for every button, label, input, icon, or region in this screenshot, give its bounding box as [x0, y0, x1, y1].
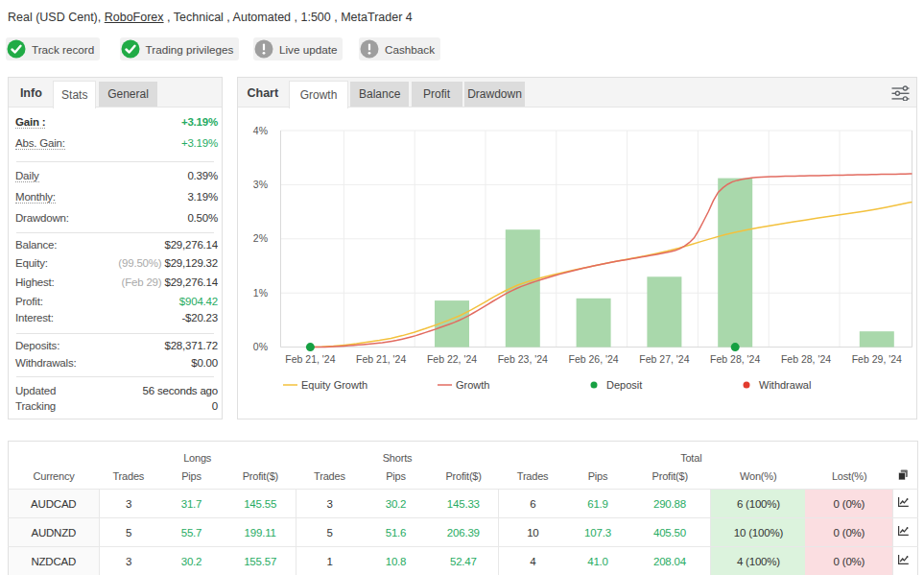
svg-text:Growth: Growth [456, 379, 489, 391]
svg-text:3%: 3% [253, 179, 268, 190]
svg-text:Withdrawal: Withdrawal [759, 379, 811, 391]
svg-text:Feb 26, '24: Feb 26, '24 [568, 353, 618, 365]
svg-text:Deposit: Deposit [606, 379, 642, 391]
svg-text:Feb 27, '24: Feb 27, '24 [639, 353, 689, 365]
svg-text:2%: 2% [253, 232, 268, 244]
svg-text:Feb 23, '24: Feb 23, '24 [498, 353, 548, 365]
svg-text:4%: 4% [253, 125, 268, 136]
svg-text:Equity Growth: Equity Growth [301, 379, 367, 391]
svg-text:Feb 28, '24: Feb 28, '24 [781, 353, 831, 365]
svg-text:0%: 0% [253, 341, 268, 352]
svg-text:1%: 1% [253, 287, 268, 299]
svg-text:Feb 29, '24: Feb 29, '24 [852, 353, 902, 365]
svg-text:Feb 21, '24: Feb 21, '24 [356, 353, 406, 365]
svg-text:Feb 21, '24: Feb 21, '24 [285, 353, 335, 365]
svg-text:Feb 28, '24: Feb 28, '24 [710, 353, 760, 365]
svg-text:Feb 22, '24: Feb 22, '24 [427, 353, 477, 365]
